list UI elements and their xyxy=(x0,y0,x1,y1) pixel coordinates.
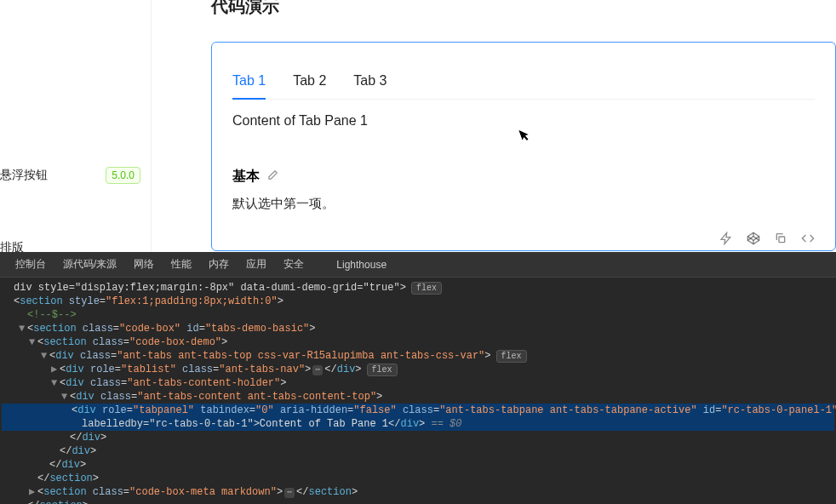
thunder-icon[interactable] xyxy=(719,232,733,249)
demo-actions xyxy=(719,232,815,249)
demo-title-row: 基本 xyxy=(232,168,815,186)
tab-1[interactable]: Tab 1 xyxy=(232,63,266,99)
devtools-tab-lighthouse[interactable]: Lighthouse xyxy=(328,252,395,278)
svg-rect-3 xyxy=(779,237,785,243)
tab-3[interactable]: Tab 3 xyxy=(353,63,387,99)
sidebar-item-label: 悬浮按钮 xyxy=(0,168,48,183)
devtools-element-selected[interactable]: <div role="tabpanel" tabindex="0" aria-h… xyxy=(2,404,834,417)
devtools-tab-security[interactable]: 安全 xyxy=(275,252,312,278)
devtools-element-row[interactable]: ▶<section class="code-box-meta markdown"… xyxy=(2,485,834,499)
demo-title: 基本 xyxy=(232,168,260,186)
devtools-element-row[interactable]: ▼<section class="code-box-demo"> xyxy=(2,335,834,349)
devtools-element-row[interactable]: </section> xyxy=(2,499,834,504)
devtools-element-row[interactable]: <!--$--> xyxy=(2,308,834,322)
tabs-nav: Tab 1 Tab 2 Tab 3 xyxy=(232,63,815,100)
devtools-element-row[interactable]: ▼<section class="code-box" id="tabs-demo… xyxy=(2,322,834,335)
codepen-icon[interactable] xyxy=(747,232,760,249)
section-title: 代码演示 xyxy=(211,0,836,18)
devtools-element-selected[interactable]: labelledby="rc-tabs-0-tab-1">Content of … xyxy=(2,417,834,431)
devtools-tab-sources[interactable]: 源代码/来源 xyxy=(54,252,125,278)
sidebar: 悬浮按钮 5.0.0 排版 xyxy=(0,0,152,252)
tab-2[interactable]: Tab 2 xyxy=(293,63,326,99)
edit-icon[interactable] xyxy=(266,169,278,184)
devtools-tab-application[interactable]: 应用 xyxy=(238,252,275,278)
devtools-element-row[interactable]: div style="display:flex;margin:-8px" dat… xyxy=(2,281,834,295)
devtools-tab-performance[interactable]: 性能 xyxy=(163,252,200,278)
demo-description: 默认选中第一项。 xyxy=(232,196,815,212)
devtools-tab-memory[interactable]: 内存 xyxy=(200,252,238,278)
devtools-panel: 控制台 源代码/来源 网络 性能 内存 应用 安全 Lighthouse div… xyxy=(0,252,836,504)
code-icon[interactable] xyxy=(801,232,815,249)
devtools-element-row[interactable]: </section> xyxy=(2,472,834,485)
tab-pane-content: Content of Tab Pane 1 xyxy=(232,100,815,129)
version-badge: 5.0.0 xyxy=(106,167,140,184)
devtools-element-row[interactable]: <section style="flex:1;padding:8px;width… xyxy=(2,295,834,308)
main-content: 代码演示 Tab 1 Tab 2 Tab 3 Content of Tab Pa… xyxy=(211,0,836,251)
devtools-element-row[interactable]: ▼<div class="ant-tabs-content ant-tabs-c… xyxy=(2,390,834,404)
devtools-element-row[interactable]: ▼<div class="ant-tabs ant-tabs-top css-v… xyxy=(2,349,834,363)
copy-icon[interactable] xyxy=(774,232,787,249)
devtools-element-row[interactable]: ▶<div role="tablist" class="ant-tabs-nav… xyxy=(2,363,834,376)
devtools-element-row[interactable]: </div> xyxy=(2,444,834,458)
devtools-element-row[interactable]: </div> xyxy=(2,431,834,444)
sidebar-item-float-button[interactable]: 悬浮按钮 5.0.0 xyxy=(0,162,151,189)
devtools-element-row[interactable]: ▼<div class="ant-tabs-content-holder"> xyxy=(2,376,834,390)
devtools-tab-console[interactable]: 控制台 xyxy=(7,252,54,278)
devtools-elements-tree[interactable]: div style="display:flex;margin:-8px" dat… xyxy=(0,278,836,504)
devtools-tab-network[interactable]: 网络 xyxy=(125,252,163,278)
demo-box: Tab 1 Tab 2 Tab 3 Content of Tab Pane 1 … xyxy=(211,42,836,251)
devtools-element-row[interactable]: </div> xyxy=(2,458,834,472)
devtools-tabs: 控制台 源代码/来源 网络 性能 内存 应用 安全 Lighthouse xyxy=(0,252,836,278)
